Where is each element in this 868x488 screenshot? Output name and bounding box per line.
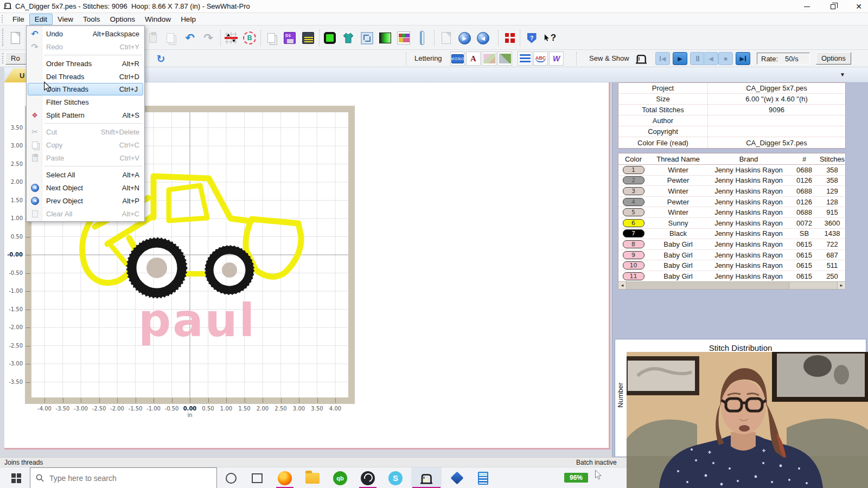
menu-item-select-all[interactable]: Select AllAlt+A <box>27 168 144 181</box>
rate-field[interactable]: Rate: 50/s <box>757 53 810 65</box>
options-button[interactable]: Options <box>816 52 851 65</box>
ruler-label-y: 2.50 <box>7 161 23 167</box>
save-design1-icon[interactable]: D1 <box>282 30 297 46</box>
next-object-icon[interactable]: ▶ <box>457 30 472 46</box>
word-art-icon[interactable]: W <box>549 52 564 66</box>
minimize-button[interactable] <box>802 2 812 11</box>
print-design-icon[interactable] <box>396 30 411 46</box>
text-arc-icon[interactable]: ABC <box>533 52 548 66</box>
save-design2-icon[interactable] <box>301 30 316 46</box>
firefox-icon[interactable] <box>273 467 297 488</box>
close-button[interactable]: ✕ <box>854 2 864 11</box>
sewing-machine-icon[interactable] <box>634 52 648 66</box>
thread-row[interactable]: 8Baby GirlJenny Haskins Rayon0615722 <box>618 239 845 250</box>
file-explorer-icon[interactable] <box>301 467 324 488</box>
step-back-button[interactable]: ◀ <box>704 52 718 65</box>
rotate-icon[interactable]: ↻ <box>154 52 168 66</box>
skip-start-button[interactable]: ◀ <box>655 52 670 65</box>
thread-row[interactable]: 11Baby GirlJenny Haskins Rayon0615250 <box>618 271 845 282</box>
skip-end-button[interactable]: ▶ <box>736 52 750 65</box>
cortana-icon[interactable] <box>219 467 243 488</box>
thread-code: 0688 <box>789 186 819 196</box>
color-grid-icon[interactable] <box>502 30 518 46</box>
scroll-right-icon[interactable]: ► <box>837 282 845 289</box>
restore-button[interactable] <box>828 2 838 11</box>
resize-frame-icon[interactable] <box>359 30 374 46</box>
ruler-label-x: 1.00 <box>219 406 234 412</box>
menu-options[interactable]: Options <box>105 14 141 24</box>
context-help-icon[interactable]: ? <box>542 30 558 46</box>
b-hoop-icon[interactable]: B <box>242 30 257 46</box>
gradient-icon[interactable] <box>378 30 393 46</box>
thread-row[interactable]: 4PewterJenny Haskins Rayon0126128 <box>618 197 845 208</box>
scrollbar-thumb[interactable] <box>627 282 789 289</box>
copy-special-icon[interactable] <box>163 30 178 46</box>
thread-row[interactable]: 7BlackJenny Haskins RayonSB1438 <box>618 229 845 240</box>
rate-label: Rate: <box>761 55 778 63</box>
grid-settings-icon[interactable] <box>224 30 239 46</box>
new-document-icon[interactable] <box>8 30 23 46</box>
thread-row[interactable]: 1WinterJenny Haskins Rayon0688358 <box>618 165 845 176</box>
thread-name: Pewter <box>648 176 708 186</box>
menu-item-copy[interactable]: CopyCtrl+C <box>27 138 144 151</box>
menu-item-filter-stitches[interactable]: Filter Stitches <box>27 95 144 108</box>
menu-file[interactable]: File <box>8 14 29 24</box>
menu-view[interactable]: View <box>53 14 78 24</box>
scroll-left-icon[interactable]: ◄ <box>618 282 627 289</box>
properties-icon[interactable] <box>438 30 454 46</box>
thread-color-chip: 5 <box>623 208 644 216</box>
thread-row[interactable]: 5WinterJenny Haskins Rayon0688915 <box>618 207 845 218</box>
sewwhat-taskbar-icon[interactable] <box>411 467 442 488</box>
menu-window[interactable]: Window <box>140 14 176 24</box>
sync-app-icon[interactable] <box>445 467 469 488</box>
applique-1-icon[interactable] <box>482 52 496 66</box>
menu-edit[interactable]: Edit <box>29 14 53 25</box>
align-lines-icon[interactable] <box>518 52 532 66</box>
calculator-icon[interactable] <box>471 467 495 488</box>
chevron-down-icon[interactable]: ▼ <box>840 72 845 78</box>
play-button[interactable]: ▶ <box>673 52 687 65</box>
redo-icon[interactable]: ↷ <box>201 30 216 46</box>
obs-icon[interactable] <box>356 467 380 488</box>
copy-pages-icon[interactable] <box>264 30 279 46</box>
quickbooks-icon[interactable]: qb <box>328 467 352 488</box>
thread-row[interactable]: 3WinterJenny Haskins Rayon0688129 <box>618 186 845 197</box>
garment-icon[interactable] <box>341 30 356 46</box>
stop-button[interactable]: ■ <box>718 52 733 65</box>
thread-table-scrollbar[interactable]: ◄ ► <box>618 281 846 290</box>
start-button[interactable] <box>4 467 28 488</box>
pause-button[interactable] <box>690 52 705 65</box>
prev-object-icon[interactable]: ◀ <box>475 30 490 46</box>
letter-a-icon[interactable]: A <box>466 52 481 66</box>
menu-help[interactable]: Help <box>176 14 201 24</box>
monogram-icon[interactable]: MONO <box>450 52 465 66</box>
undo-icon[interactable]: ↶ <box>182 30 197 46</box>
applique-2-icon[interactable] <box>497 52 512 66</box>
menu-item-order-threads[interactable]: Order ThreadsAlt+R <box>27 57 144 70</box>
menu-item-next-object[interactable]: ◀Next ObjectAlt+N <box>27 181 144 194</box>
taskbar-search[interactable] <box>30 467 217 488</box>
menu-item-undo[interactable]: ↶UndoAlt+Backspace <box>27 27 144 40</box>
task-view-icon[interactable] <box>245 467 269 488</box>
menu-tools[interactable]: Tools <box>78 14 105 24</box>
thread-row[interactable]: 10Baby GirlJenny Haskins Rayon0615511 <box>618 260 845 271</box>
paste-icon[interactable] <box>145 30 161 46</box>
thread-row[interactable]: 2PewterJenny Haskins Rayon0126358 <box>618 176 845 187</box>
menu-item-shortcut: Ctrl+C <box>119 141 144 149</box>
menu-item-paste[interactable]: PasteCtrl+V <box>27 151 144 164</box>
menu-item-prev-object[interactable]: ◀Prev ObjectAlt+P <box>27 194 144 207</box>
skype-icon[interactable]: S <box>384 467 407 488</box>
menu-item-cut[interactable]: ✂CutShift+Delete <box>27 125 144 138</box>
hoop-icon[interactable] <box>322 30 337 46</box>
info-row: Copyright <box>618 126 845 137</box>
search-input[interactable] <box>49 474 190 483</box>
info-label: Color File (read) <box>618 137 708 148</box>
menu-item-split-pattern[interactable]: ❖Split PatternAlt+S <box>27 108 144 121</box>
needle-icon[interactable] <box>414 30 430 46</box>
menu-item-redo[interactable]: ↷RedoCtrl+Y <box>27 40 144 53</box>
menu-item-clear-all[interactable]: Clear AllAlt+C <box>27 207 144 220</box>
thread-row[interactable]: 6SunnyJenny Haskins Rayon00723600 <box>618 218 845 229</box>
ruler-label-y: -1.00 <box>7 288 23 294</box>
thread-row[interactable]: 9Baby GirlJenny Haskins Rayon0615687 <box>618 250 845 261</box>
help-shield-icon[interactable]: ? <box>524 30 539 46</box>
